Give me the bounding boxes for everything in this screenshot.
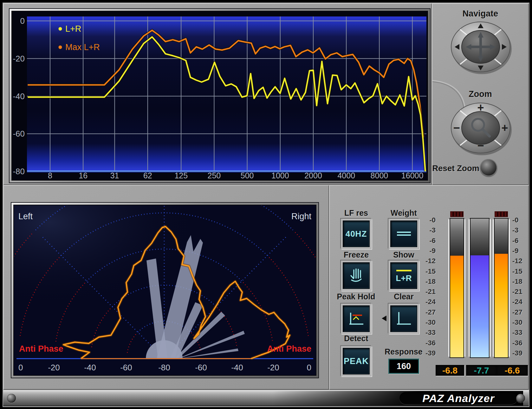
- response-field[interactable]: 160: [388, 359, 419, 374]
- clear-label: Clear: [388, 292, 419, 301]
- meter-scale-label: -0: [421, 216, 436, 224]
- legend-dot: [59, 27, 62, 31]
- clear-button[interactable]: [388, 304, 419, 334]
- meter-scale-label: -27: [421, 308, 436, 316]
- meter-scale-label: -33: [512, 329, 527, 337]
- zoom-out-y-control[interactable]: −: [477, 139, 484, 152]
- response-value: 160: [397, 361, 411, 371]
- polar-axis-label: -20: [267, 363, 279, 372]
- x-tick-label: 16: [79, 171, 88, 180]
- zoom-out-x-control[interactable]: −: [453, 121, 460, 134]
- meter-scale-label: -27: [512, 308, 527, 316]
- detect-value: PEAK: [343, 348, 370, 374]
- meter-scale-label: -30: [421, 318, 436, 327]
- peak-hold-label: Peak Hold: [335, 292, 377, 301]
- zoom-label: Zoom: [432, 89, 529, 99]
- anti-phase-right-label: Anti Phase: [267, 344, 311, 354]
- meter-scale-label: -6: [512, 237, 527, 245]
- meter-scale-label: -21: [512, 288, 527, 296]
- meter-scale-label: -12: [512, 257, 527, 265]
- legend-dot: [59, 46, 62, 49]
- navigate-knob[interactable]: [448, 18, 515, 77]
- freeze-label: Freeze: [341, 250, 372, 259]
- clear-axes-icon: [395, 311, 413, 327]
- meter-bar: [450, 218, 464, 358]
- meter-bar: [494, 218, 509, 358]
- meter-unlit: [450, 219, 464, 256]
- legend-label: L+R: [65, 24, 81, 34]
- meter-bar: [470, 218, 490, 358]
- meter-scale-label: -24: [512, 298, 527, 306]
- lf-res-button[interactable]: 40HZ: [341, 219, 372, 249]
- clip-indicator: [450, 211, 464, 217]
- x-tick-label: 2000: [304, 171, 322, 180]
- polar-panel: LeftRightAnti PhaseAnti Phase0-20-40-60-…: [3, 185, 329, 390]
- polar-axis-label: -60: [120, 363, 132, 372]
- meter-scale-label: -33: [421, 329, 436, 337]
- reset-zoom-button[interactable]: [480, 159, 497, 176]
- spectrum-display-frame: 0-20-40-60-80816316212525050010002000400…: [9, 8, 431, 183]
- meter-fill: [450, 256, 464, 357]
- polar-axis-label: 0: [18, 363, 23, 372]
- meter-scale-label: -39: [512, 349, 527, 357]
- meter-scale-label: -6: [421, 237, 436, 245]
- x-tick-label: 125: [174, 171, 188, 180]
- y-tick-label: -20: [13, 54, 25, 63]
- screw-icon: [516, 394, 525, 403]
- x-tick-label: 8000: [371, 171, 388, 180]
- weight-flat-icon: [395, 227, 413, 240]
- meter-readout: -6.8: [436, 365, 464, 376]
- y-tick-label: 0: [20, 16, 25, 26]
- show-curve-icon: [395, 268, 413, 273]
- y-tick-label: -80: [13, 167, 25, 176]
- weight-label: Weight: [388, 208, 419, 218]
- show-label: Show: [388, 250, 419, 259]
- plugin-title: PAZ Analyzer: [422, 392, 494, 405]
- lf-res-value: 40HZ: [343, 220, 370, 247]
- x-tick-label: 31: [110, 171, 119, 180]
- meter-scale-label: -30: [512, 318, 527, 327]
- meter-scale-label: -36: [421, 339, 436, 347]
- x-tick-label: 500: [241, 171, 254, 180]
- detect-button[interactable]: PEAK: [341, 346, 372, 376]
- peak-hold-button[interactable]: [341, 304, 372, 334]
- spectrum-display: 0-20-40-60-80816316212525050010002000400…: [11, 11, 428, 181]
- y-tick-label: -40: [13, 92, 25, 101]
- show-value: L+R: [396, 273, 412, 283]
- meter-scale-label: -18: [512, 278, 527, 286]
- meter-scale-label: -18: [421, 278, 436, 286]
- zoom-in-y-control[interactable]: +: [477, 101, 484, 114]
- meter-scale-label: -0: [512, 216, 527, 224]
- lf-res-label: LF res: [341, 208, 372, 218]
- polar-axis-label: -60: [195, 363, 207, 372]
- y-tick-label: -60: [13, 129, 25, 138]
- meter-unlit: [470, 219, 489, 255]
- peak-hold-selector-arrow: [382, 316, 386, 321]
- screw-icon: [7, 394, 16, 403]
- legend-label: Max L+R: [65, 42, 100, 52]
- polar-display: LeftRightAnti PhaseAnti Phase0-20-40-60-…: [13, 205, 316, 376]
- meter-fill: [470, 255, 489, 357]
- x-tick-label: 1000: [271, 171, 289, 180]
- freeze-button[interactable]: [341, 260, 372, 291]
- polar-axis-label: -20: [48, 363, 60, 372]
- x-tick-label: 62: [143, 171, 152, 180]
- x-tick-label: 16000: [401, 171, 424, 180]
- navigate-zoom-panel: Navigate Zoom ++−− Reset Zoom: [432, 3, 529, 185]
- zoom-knob[interactable]: ++−−: [448, 99, 515, 158]
- show-button[interactable]: L+R: [388, 260, 419, 291]
- polar-axis-label: -80: [158, 363, 170, 372]
- freeze-hand-icon: [348, 268, 365, 283]
- meter-scale-label: -12: [421, 257, 436, 265]
- anti-phase-left-label: Anti Phase: [19, 344, 63, 354]
- weight-button[interactable]: [388, 219, 419, 249]
- polar-axis-label: 0: [307, 363, 311, 372]
- title-plate: PAZ Analyzer: [399, 392, 517, 404]
- spectrum-panel: 0-20-40-60-80816316212525050010002000400…: [3, 3, 432, 185]
- zoom-in-x-control[interactable]: +: [501, 121, 508, 134]
- reset-zoom-label: Reset Zoom: [432, 163, 479, 173]
- right-channel-label: Right: [291, 212, 312, 221]
- meter-scale-label: -36: [512, 339, 527, 347]
- navigate-label: Navigate: [432, 9, 529, 19]
- meter-scale-label: -9: [512, 247, 527, 255]
